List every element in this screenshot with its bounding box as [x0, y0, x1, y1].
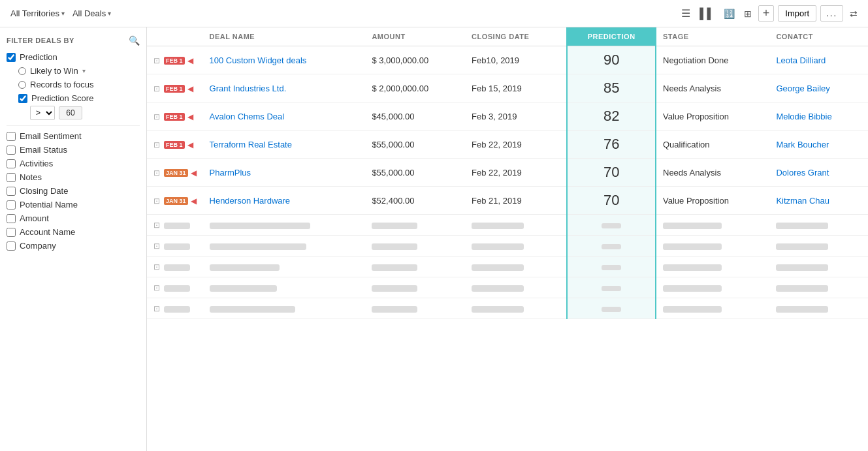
deals-dropdown[interactable]: All Deals ▾	[70, 7, 114, 20]
email-sentiment-checkbox[interactable]	[7, 132, 16, 141]
activities-text: Activities	[20, 159, 53, 168]
skeleton-name-cell	[203, 277, 366, 298]
bar-chart-icon[interactable]: ▌▌	[697, 7, 717, 21]
account-name-checkbox[interactable]	[7, 228, 16, 237]
skeleton-amount-cell	[365, 298, 465, 319]
filter-search-icon[interactable]: 🔍	[129, 35, 140, 46]
deal-name-link[interactable]: Terraform Real Estate	[210, 140, 292, 149]
skeleton-amount	[372, 264, 417, 271]
activities-checkbox[interactable]	[7, 159, 16, 168]
skeleton-expand-icon: ⊡	[153, 241, 160, 251]
add-icon[interactable]: +	[758, 5, 775, 22]
records-to-focus-radio[interactable]	[18, 81, 26, 89]
potential-name-label[interactable]: Potential Name	[7, 200, 140, 210]
contact-link[interactable]: Kitzman Chau	[776, 196, 829, 206]
list-view-icon[interactable]: ☰	[679, 6, 693, 21]
prediction-score-cell: 90	[567, 46, 656, 74]
stage-cell: Needs Analysis	[656, 159, 769, 187]
content-area: DEAL NAME AMOUNT CLOSING DATE PREDICTION…	[147, 27, 868, 451]
expand-icon[interactable]: ⊡	[153, 112, 160, 121]
expand-icon[interactable]: ⊡	[153, 84, 160, 93]
skeleton-prediction-cell	[567, 215, 656, 236]
skeleton-contact	[776, 243, 828, 250]
contact-cell: Mark Boucher	[769, 131, 868, 159]
deal-name-link[interactable]: Henderson Hardware	[210, 196, 291, 206]
company-label[interactable]: Company	[7, 241, 140, 251]
prediction-score-cell: 85	[567, 74, 656, 102]
territories-label: All Territories	[10, 8, 59, 18]
skeleton-date-cell	[465, 236, 567, 257]
skeleton-icon-cell: ⊡	[147, 257, 203, 277]
prediction-checkbox[interactable]	[7, 53, 16, 62]
territories-dropdown[interactable]: All Territories ▾	[8, 7, 67, 20]
contact-link[interactable]: Melodie Bibbie	[776, 112, 831, 121]
activities-label[interactable]: Activities	[7, 159, 140, 168]
skeleton-date-cell	[465, 298, 567, 319]
filter-icon[interactable]: ⊞	[741, 7, 754, 20]
amount-label[interactable]: Amount	[7, 213, 140, 223]
email-sentiment-text: Email Sentiment	[20, 131, 82, 141]
likely-to-win-radio[interactable]	[18, 67, 26, 75]
table-row: ⊡ JAN 31 ◀ Henderson Hardware $52,400.00…	[147, 187, 868, 215]
account-name-label[interactable]: Account Name	[7, 227, 140, 237]
expand-icon[interactable]: ⊡	[153, 196, 160, 206]
contact-link[interactable]: Mark Boucher	[776, 140, 829, 149]
skeleton-amount	[372, 306, 417, 313]
share-icon[interactable]: ⇄	[847, 7, 860, 20]
row-icon-cell: ⊡ FEB 1 ◀	[147, 131, 203, 159]
skeleton-row: ⊡	[147, 277, 868, 298]
skeleton-stage	[663, 243, 722, 250]
filter-prediction-score: Prediction Score > < = 60	[7, 93, 140, 120]
skeleton-row: ⊡	[147, 215, 868, 236]
closing-date-checkbox[interactable]	[7, 187, 16, 196]
contact-link[interactable]: George Bailey	[776, 84, 829, 93]
email-status-checkbox[interactable]	[7, 146, 16, 155]
deal-name-cell: 100 Custom Widget deals	[203, 46, 366, 74]
prediction-checkbox-label[interactable]: Prediction	[7, 52, 140, 62]
score-operator-select[interactable]: > < =	[30, 106, 55, 120]
notes-checkbox[interactable]	[7, 173, 16, 182]
toolbar: All Territories ▾ All Deals ▾ ☰ ▌▌ 🔢 ⊞ +…	[0, 0, 868, 27]
company-checkbox[interactable]	[7, 241, 16, 251]
deal-name-link[interactable]: Avalon Chems Deal	[210, 112, 285, 121]
expand-icon[interactable]: ⊡	[153, 56, 160, 65]
amount-cell: $55,000.00	[365, 159, 465, 187]
row-icon-cell: ⊡ FEB 1 ◀	[147, 74, 203, 102]
deal-name-link[interactable]: PharmPlus	[210, 168, 251, 178]
analytics-icon[interactable]: 🔢	[721, 7, 737, 20]
skeleton-amount	[372, 243, 417, 250]
skeleton-tag	[164, 264, 190, 271]
skeleton-stage-cell	[656, 298, 769, 319]
closing-date-label[interactable]: Closing Date	[7, 186, 140, 196]
prediction-score-checkbox[interactable]	[18, 94, 27, 103]
row-icon: ⊡ FEB 1 ◀	[153, 112, 193, 121]
skeleton-date	[472, 264, 524, 271]
notes-label[interactable]: Notes	[7, 172, 140, 182]
row-icon-cell: ⊡ FEB 1 ◀	[147, 46, 203, 74]
closing-date-cell: Feb 22, 2019	[465, 159, 567, 187]
filter-activities: Activities	[7, 159, 140, 168]
main-layout: FILTER DEALS BY 🔍 Prediction Likely to W…	[0, 27, 868, 451]
likely-to-win-chevron-icon: ▾	[82, 67, 86, 74]
records-to-focus-radio-label[interactable]: Records to focus	[18, 80, 140, 89]
tag-badge: FEB 1	[164, 141, 185, 149]
deal-name-link[interactable]: 100 Custom Widget deals	[210, 55, 307, 65]
email-status-label[interactable]: Email Status	[7, 145, 140, 155]
prediction-score-cell: 70	[567, 187, 656, 215]
prediction-score-checkbox-label[interactable]: Prediction Score	[18, 93, 140, 103]
deal-name-link[interactable]: Grant Industries Ltd.	[210, 84, 287, 93]
contact-link[interactable]: Dolores Grant	[776, 168, 829, 178]
more-options-button[interactable]: ...	[820, 5, 843, 22]
likely-to-win-radio-label[interactable]: Likely to Win ▾	[18, 66, 140, 76]
row-icon-cell: ⊡ FEB 1 ◀	[147, 102, 203, 131]
amount-checkbox[interactable]	[7, 214, 16, 223]
contact-link[interactable]: Leota Dilliard	[776, 55, 826, 65]
skeleton-prediction-cell	[567, 277, 656, 298]
expand-icon[interactable]: ⊡	[153, 168, 160, 178]
potential-name-checkbox[interactable]	[7, 200, 16, 210]
import-button[interactable]: Import	[778, 5, 816, 22]
skeleton-expand-icon: ⊡	[153, 262, 160, 272]
email-sentiment-label[interactable]: Email Sentiment	[7, 131, 140, 141]
expand-icon[interactable]: ⊡	[153, 140, 160, 149]
prediction-score-cell: 70	[567, 159, 656, 187]
